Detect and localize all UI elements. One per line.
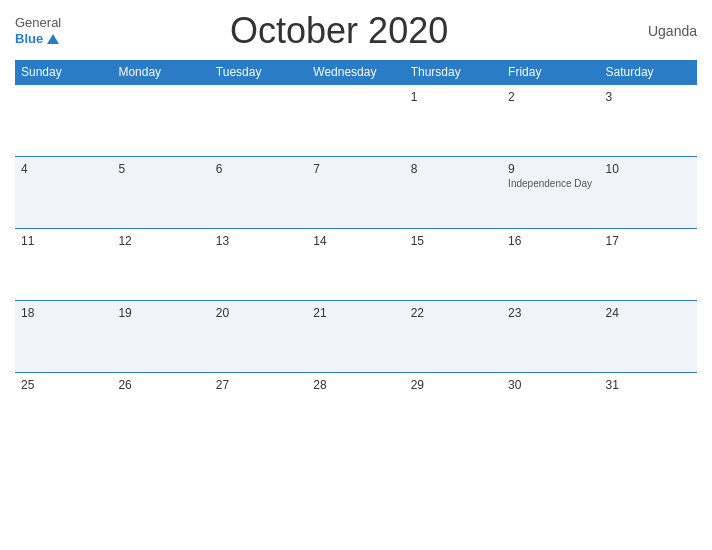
- day-number: 16: [508, 234, 593, 248]
- calendar-cell: [15, 85, 112, 157]
- calendar-grid: SundayMondayTuesdayWednesdayThursdayFrid…: [15, 60, 697, 445]
- weekday-header-saturday: Saturday: [600, 60, 697, 85]
- weekday-header-monday: Monday: [112, 60, 209, 85]
- holiday-label: Independence Day: [508, 178, 593, 189]
- day-number: 10: [606, 162, 691, 176]
- day-number: 24: [606, 306, 691, 320]
- calendar-cell: 5: [112, 157, 209, 229]
- day-number: 12: [118, 234, 203, 248]
- calendar-cell: 22: [405, 301, 502, 373]
- country-label: Uganda: [617, 23, 697, 39]
- calendar-cell: 16: [502, 229, 599, 301]
- day-number: 1: [411, 90, 496, 104]
- calendar-cell: 17: [600, 229, 697, 301]
- day-number: 26: [118, 378, 203, 392]
- day-number: 6: [216, 162, 301, 176]
- day-number: 25: [21, 378, 106, 392]
- calendar-cell: 12: [112, 229, 209, 301]
- calendar-cell: 13: [210, 229, 307, 301]
- day-number: 28: [313, 378, 398, 392]
- day-number: 13: [216, 234, 301, 248]
- day-number: 8: [411, 162, 496, 176]
- weekday-header-thursday: Thursday: [405, 60, 502, 85]
- calendar-cell: 6: [210, 157, 307, 229]
- day-number: 14: [313, 234, 398, 248]
- calendar-cell: 30: [502, 373, 599, 445]
- weekday-header-sunday: Sunday: [15, 60, 112, 85]
- week-row-4: 25262728293031: [15, 373, 697, 445]
- day-number: 3: [606, 90, 691, 104]
- calendar-cell: 27: [210, 373, 307, 445]
- calendar-cell: [112, 85, 209, 157]
- calendar-cell: 2: [502, 85, 599, 157]
- weekday-header-friday: Friday: [502, 60, 599, 85]
- calendar-cell: 18: [15, 301, 112, 373]
- calendar-cell: 11: [15, 229, 112, 301]
- day-number: 17: [606, 234, 691, 248]
- day-number: 15: [411, 234, 496, 248]
- day-number: 5: [118, 162, 203, 176]
- calendar-cell: 8: [405, 157, 502, 229]
- calendar-cell: [210, 85, 307, 157]
- logo: General Blue: [15, 15, 61, 46]
- calendar-cell: 23: [502, 301, 599, 373]
- calendar-cell: 28: [307, 373, 404, 445]
- day-number: 31: [606, 378, 691, 392]
- calendar-cell: 4: [15, 157, 112, 229]
- day-number: 29: [411, 378, 496, 392]
- calendar-cell: 31: [600, 373, 697, 445]
- weekday-header-tuesday: Tuesday: [210, 60, 307, 85]
- day-number: 22: [411, 306, 496, 320]
- calendar-cell: 19: [112, 301, 209, 373]
- calendar-header: General Blue October 2020 Uganda: [15, 10, 697, 52]
- calendar-cell: 10: [600, 157, 697, 229]
- logo-general-text: General: [15, 15, 61, 31]
- day-number: 19: [118, 306, 203, 320]
- week-row-0: 123: [15, 85, 697, 157]
- calendar-cell: 9Independence Day: [502, 157, 599, 229]
- day-number: 7: [313, 162, 398, 176]
- day-number: 11: [21, 234, 106, 248]
- calendar-cell: 20: [210, 301, 307, 373]
- day-number: 30: [508, 378, 593, 392]
- calendar-container: General Blue October 2020 Uganda SundayM…: [0, 0, 712, 550]
- calendar-cell: 14: [307, 229, 404, 301]
- week-row-2: 11121314151617: [15, 229, 697, 301]
- day-number: 4: [21, 162, 106, 176]
- day-number: 20: [216, 306, 301, 320]
- calendar-cell: 24: [600, 301, 697, 373]
- day-number: 18: [21, 306, 106, 320]
- logo-blue-text: Blue: [15, 31, 61, 47]
- calendar-cell: 26: [112, 373, 209, 445]
- calendar-cell: 25: [15, 373, 112, 445]
- month-title: October 2020: [61, 10, 617, 52]
- day-number: 9: [508, 162, 593, 176]
- calendar-cell: 21: [307, 301, 404, 373]
- weekday-header-row: SundayMondayTuesdayWednesdayThursdayFrid…: [15, 60, 697, 85]
- day-number: 2: [508, 90, 593, 104]
- week-row-1: 456789Independence Day10: [15, 157, 697, 229]
- calendar-cell: 15: [405, 229, 502, 301]
- calendar-cell: 7: [307, 157, 404, 229]
- logo-triangle-icon: [47, 34, 59, 44]
- calendar-cell: [307, 85, 404, 157]
- day-number: 23: [508, 306, 593, 320]
- weekday-header-wednesday: Wednesday: [307, 60, 404, 85]
- day-number: 27: [216, 378, 301, 392]
- week-row-3: 18192021222324: [15, 301, 697, 373]
- calendar-cell: 1: [405, 85, 502, 157]
- calendar-cell: 29: [405, 373, 502, 445]
- day-number: 21: [313, 306, 398, 320]
- calendar-cell: 3: [600, 85, 697, 157]
